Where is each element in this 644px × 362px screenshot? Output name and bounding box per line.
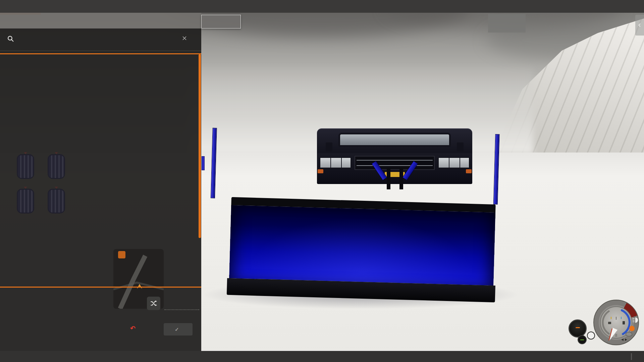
esc-green-led bbox=[580, 340, 584, 341]
snow-plow-blade bbox=[228, 197, 495, 309]
status-separator bbox=[631, 353, 632, 360]
pickup-truck bbox=[317, 128, 472, 199]
chevron-left-icon bbox=[637, 22, 642, 28]
truck-headlight-right bbox=[438, 157, 470, 168]
truck-marker-light-right bbox=[466, 169, 472, 173]
parts-search-row bbox=[0, 28, 201, 51]
license-plate-input[interactable] bbox=[165, 301, 199, 308]
license-plate-underline bbox=[164, 309, 199, 310]
apps-edge-collapse-button[interactable] bbox=[635, 15, 644, 36]
truck-windshield bbox=[338, 133, 451, 147]
tachometer-gauge bbox=[593, 299, 640, 346]
esc-indicator bbox=[578, 335, 587, 344]
truck-mirror-left bbox=[326, 142, 332, 152]
truck-mirror-right bbox=[457, 142, 464, 152]
apply-button[interactable]: ✓ bbox=[164, 323, 193, 336]
clear-search-icon[interactable] bbox=[181, 35, 187, 43]
truck-headlight-left bbox=[320, 157, 351, 168]
panel-footer-options: ↶ ✓ bbox=[0, 289, 201, 351]
airspeed-widget bbox=[488, 14, 526, 33]
shuffle-icon bbox=[150, 300, 157, 307]
plow-a-frame bbox=[367, 161, 422, 179]
parking-brake-indicator bbox=[629, 326, 635, 331]
undo-icon: ↶ bbox=[130, 326, 136, 331]
randomize-plate-button[interactable] bbox=[147, 297, 160, 310]
start-button-led bbox=[576, 327, 580, 328]
engine-start-stop-button bbox=[569, 319, 587, 338]
abs-indicator bbox=[626, 332, 632, 336]
plow-marker-pole bbox=[202, 156, 205, 170]
m2-indicator bbox=[587, 331, 595, 340]
check-icon: ✓ bbox=[175, 326, 179, 333]
reset-button[interactable]: ↶ bbox=[130, 326, 138, 331]
plow-blade-face bbox=[229, 205, 495, 286]
tachometer-svg bbox=[593, 299, 640, 346]
truck-marker-light-left bbox=[318, 169, 323, 173]
search-input[interactable] bbox=[17, 33, 171, 45]
parts-scrollbar[interactable] bbox=[199, 54, 201, 238]
beamng-vehicle-config-screen: ↶ ✓ bbox=[0, 0, 644, 362]
parts-tree bbox=[0, 53, 201, 288]
input-hints-bar bbox=[0, 351, 644, 362]
config-tabs-bar bbox=[0, 13, 201, 28]
vehicle-config-panel: ↶ ✓ bbox=[0, 28, 201, 351]
try-new-ui-button[interactable] bbox=[201, 15, 241, 28]
top-menu-bar bbox=[0, 0, 644, 13]
search-icon bbox=[7, 35, 14, 43]
